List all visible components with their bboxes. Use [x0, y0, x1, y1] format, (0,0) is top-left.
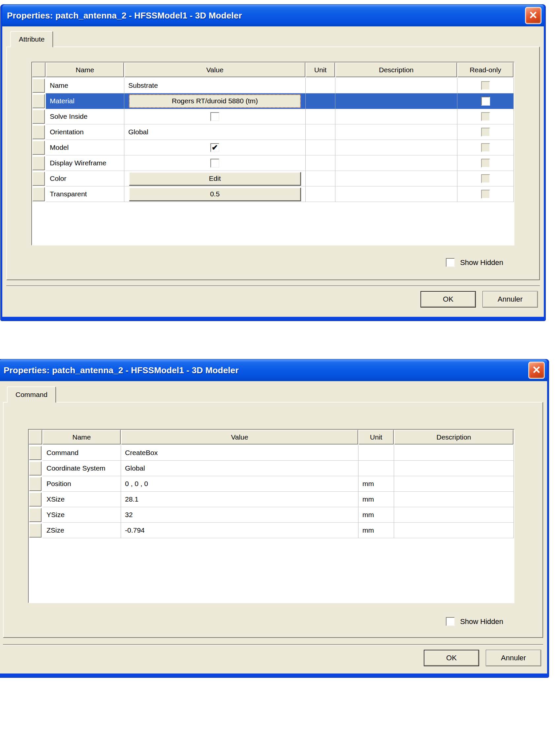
title-bar[interactable]: Properties: patch_antenna_2 - HFSSModel1… — [0, 359, 547, 381]
cell-unit[interactable]: mm — [358, 492, 394, 507]
cell-unit[interactable] — [306, 109, 335, 124]
cell-name[interactable]: Command — [42, 445, 121, 461]
row-selector[interactable] — [29, 477, 41, 491]
cell-description[interactable] — [335, 171, 457, 187]
material-button[interactable]: Rogers RT/duroid 5880 (tm) — [129, 94, 301, 108]
readonly-checkbox[interactable] — [481, 97, 490, 106]
readonly-checkbox[interactable] — [481, 143, 490, 152]
row-selector[interactable] — [29, 492, 41, 506]
cell-description[interactable] — [394, 445, 514, 461]
close-button[interactable]: ✕ — [528, 362, 545, 379]
row-selector[interactable] — [32, 94, 45, 108]
cell-readonly — [457, 78, 514, 93]
cell-description[interactable] — [335, 93, 457, 109]
cell-unit[interactable] — [306, 156, 335, 171]
cell-description[interactable] — [394, 523, 514, 538]
close-icon: ✕ — [529, 9, 538, 21]
cell-name[interactable]: Material — [46, 93, 124, 109]
cell-unit[interactable] — [306, 171, 335, 187]
cell-unit[interactable]: mm — [358, 476, 394, 492]
ok-button[interactable]: OK — [420, 291, 476, 307]
show-hidden-checkbox[interactable] — [446, 617, 455, 626]
cell-name[interactable]: XSize — [42, 492, 121, 507]
tab-command[interactable]: Command — [7, 386, 56, 403]
readonly-checkbox[interactable] — [481, 190, 490, 199]
show-hidden-label: Show Hidden — [460, 258, 503, 267]
cell-value[interactable]: 28.1 — [121, 492, 358, 507]
cell-name[interactable]: Orientation — [46, 124, 124, 140]
cancel-button[interactable]: Annuler — [482, 291, 538, 307]
cell-name[interactable]: Display Wireframe — [46, 156, 124, 171]
readonly-checkbox[interactable] — [481, 174, 490, 183]
header-unit: Unit — [358, 430, 394, 445]
row-selector[interactable] — [32, 140, 45, 155]
row-selector[interactable] — [29, 461, 41, 475]
cancel-button[interactable]: Annuler — [486, 650, 541, 666]
readonly-checkbox[interactable] — [481, 81, 490, 90]
title-bar[interactable]: Properties: patch_antenna_2 - HFSSModel1… — [2, 5, 544, 26]
cell-value[interactable]: Substrate — [124, 78, 306, 93]
row-selector[interactable] — [32, 187, 45, 201]
cell-unit[interactable] — [306, 124, 335, 140]
solve-inside-checkbox[interactable] — [210, 112, 219, 121]
cell-value[interactable]: CreateBox — [121, 445, 358, 461]
cell-description[interactable] — [394, 476, 514, 492]
show-hidden-checkbox[interactable] — [446, 258, 455, 267]
readonly-checkbox[interactable] — [481, 159, 490, 168]
cell-description[interactable] — [335, 156, 457, 171]
header-description: Description — [335, 62, 457, 77]
model-checkbox[interactable]: ✔ — [210, 143, 219, 152]
cell-name[interactable]: Coordinate System — [42, 461, 121, 476]
readonly-checkbox[interactable] — [481, 128, 490, 137]
cell-value[interactable]: 32 — [121, 507, 358, 523]
cell-name[interactable]: Position — [42, 476, 121, 492]
ok-button[interactable]: OK — [424, 650, 479, 666]
cell-value[interactable]: Global — [124, 124, 306, 140]
readonly-checkbox[interactable] — [481, 112, 490, 121]
cell-value[interactable]: Global — [121, 461, 358, 476]
row-selector[interactable] — [32, 78, 45, 93]
close-button[interactable]: ✕ — [525, 7, 542, 24]
cell-unit[interactable]: mm — [358, 507, 394, 523]
header-selector — [32, 62, 45, 77]
row-selector[interactable] — [32, 125, 45, 139]
cell-name[interactable]: Model — [46, 140, 124, 156]
row-selector[interactable] — [32, 109, 45, 124]
edit-color-button[interactable]: Edit — [129, 172, 301, 186]
row-selector[interactable] — [29, 508, 41, 522]
window-title: Properties: patch_antenna_2 - HFSSModel1… — [2, 10, 242, 21]
cell-description[interactable] — [335, 109, 457, 124]
cell-description[interactable] — [394, 492, 514, 507]
row-selector[interactable] — [29, 523, 41, 537]
row-selector[interactable] — [32, 172, 45, 186]
tab-attribute[interactable]: Attribute — [10, 31, 53, 47]
cell-description[interactable] — [335, 78, 457, 93]
cell-description[interactable] — [335, 187, 457, 202]
cell-unit[interactable] — [306, 93, 335, 109]
cell-unit[interactable] — [306, 140, 335, 156]
cell-name[interactable]: Transparent — [46, 187, 124, 202]
cell-value[interactable]: 0 , 0 , 0 — [121, 476, 358, 492]
display-wireframe-checkbox[interactable] — [210, 159, 219, 168]
row-selector[interactable] — [32, 156, 45, 170]
cell-unit[interactable]: mm — [358, 523, 394, 538]
dialog-body: Command Name Value Unit Description Comm… — [0, 381, 547, 673]
row-selector[interactable] — [29, 446, 41, 460]
cell-value[interactable]: -0.794 — [121, 523, 358, 538]
cell-description[interactable] — [394, 461, 514, 476]
cell-unit[interactable] — [306, 187, 335, 202]
cell-unit[interactable] — [306, 78, 335, 93]
tab-label: Attribute — [19, 35, 44, 43]
tab-label: Command — [15, 391, 47, 399]
cell-unit[interactable] — [358, 461, 394, 476]
cell-name[interactable]: Solve Inside — [46, 109, 124, 124]
cell-name[interactable]: ZSize — [42, 523, 121, 538]
cell-name[interactable]: Color — [46, 171, 124, 187]
cell-description[interactable] — [394, 507, 514, 523]
cell-description[interactable] — [335, 124, 457, 140]
cell-unit[interactable] — [358, 445, 394, 461]
cell-name[interactable]: YSize — [42, 507, 121, 523]
transparent-button[interactable]: 0.5 — [129, 188, 301, 201]
cell-name[interactable]: Name — [46, 78, 124, 93]
cell-description[interactable] — [335, 140, 457, 156]
